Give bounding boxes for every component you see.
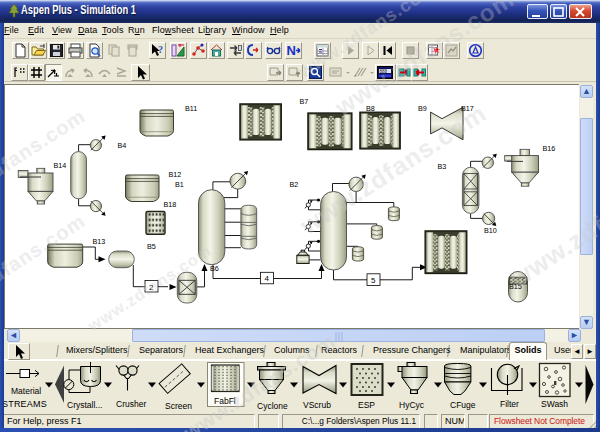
svg-text:B4: B4 [118,141,127,150]
svg-text:?: ? [158,44,163,55]
svg-text:B6: B6 [210,264,219,273]
svg-text:N: N [286,43,295,58]
svg-text:4: 4 [265,274,270,283]
svg-text:B2: B2 [290,180,299,189]
svg-text:B8: B8 [366,104,375,113]
svg-text:B5: B5 [147,242,156,251]
svg-text:B18: B18 [164,200,177,209]
svg-text:5: 5 [371,276,376,285]
svg-text:B1: B1 [175,180,184,189]
svg-text:B15: B15 [509,282,522,291]
svg-text:B14: B14 [54,161,67,170]
svg-text:B17: B17 [461,104,474,113]
svg-text:B13: B13 [93,237,106,246]
svg-text:B9: B9 [418,104,427,113]
svg-text:2: 2 [149,283,154,292]
svg-text:B12: B12 [169,170,182,179]
svg-text:B7: B7 [300,97,309,106]
svg-text:B3: B3 [438,162,447,171]
svg-text:B16: B16 [543,144,556,153]
svg-text:B11: B11 [185,104,197,113]
svg-text:888: 888 [379,69,387,74]
svg-text:B10: B10 [484,226,497,235]
